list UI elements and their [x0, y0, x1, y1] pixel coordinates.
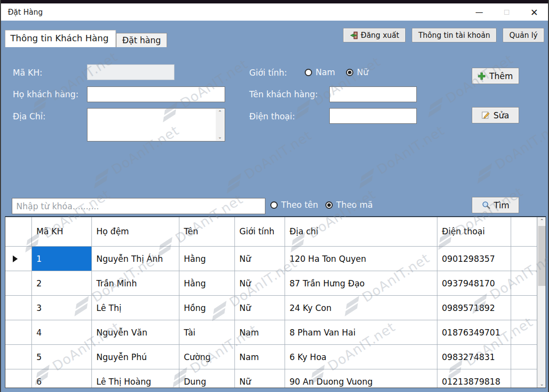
table-cell[interactable]: Lê Thị Hoàng — [92, 369, 179, 388]
edit-button[interactable]: Sửa — [472, 107, 519, 123]
table-scrollbar[interactable]: ⌃ ⌄ — [537, 217, 546, 388]
table-body: 1Nguyễn Thị ÁnhHằngNữ120 Ha Ton Quyen090… — [5, 247, 537, 388]
account-info-button[interactable]: Thông tin tài khoản — [412, 28, 496, 42]
table-row[interactable]: 6Lê Thị HoàngDungNữ90 An Duong Vuong0121… — [5, 369, 537, 388]
table-column-header[interactable]: Địa chỉ — [285, 217, 437, 247]
table-cell[interactable]: 87 Trần Hưng Đạo — [285, 271, 437, 296]
header-buttons: Đăng xuất Thông tin tài khoản Quản lý — [343, 28, 544, 42]
table-cell[interactable]: 90 An Duong Vuong — [285, 369, 437, 388]
table-cell[interactable]: Nam — [235, 345, 285, 369]
table-row[interactable]: 5Nguyễn PhúCườngNam6 Ky Hoa0983274831 — [5, 345, 537, 369]
scrollbar-thumb[interactable] — [538, 226, 546, 286]
manage-button[interactable]: Quản lý — [503, 28, 544, 42]
radio-circle — [346, 69, 353, 76]
tab-customer-info[interactable]: Thông tin Khách Hàng — [5, 30, 116, 47]
watermark: DoAnIT.net — [358, 122, 447, 187]
ho-input[interactable] — [87, 86, 225, 102]
table-row[interactable]: 4Nguyễn VănTàiNam8 Pham Van Hai018763497… — [5, 320, 537, 345]
row-selector[interactable] — [5, 247, 32, 271]
table-cell[interactable]: Nữ — [235, 271, 285, 296]
table-cell[interactable]: 2 — [32, 271, 92, 296]
table-cell[interactable]: Nguyễn Phú — [92, 345, 179, 369]
tab-order[interactable]: Đặt hàng — [116, 33, 167, 47]
table-column-header[interactable]: Mã KH — [32, 217, 92, 247]
table-column-header[interactable]: Giới tính — [235, 217, 285, 247]
table-column-header[interactable]: Tên — [179, 217, 235, 247]
theo-ten-label: Theo tên — [281, 200, 318, 210]
watermark-text: DoAnIT.net — [492, 117, 549, 172]
row-selector[interactable] — [5, 369, 32, 388]
table-cell[interactable]: 0901298357 — [437, 247, 511, 271]
table-cell[interactable]: Nam — [235, 320, 285, 345]
table-row[interactable]: 1Nguyễn Thị ÁnhHằngNữ120 Ha Ton Quyen090… — [5, 247, 537, 271]
row-selector[interactable] — [5, 345, 32, 369]
search-radio-theo-ten[interactable]: Theo tên — [270, 200, 318, 210]
scroll-up-icon[interactable]: ⌃ — [218, 109, 222, 116]
minimize-button[interactable]: — — [465, 3, 493, 21]
table-cell[interactable]: 24 Ky Con — [285, 296, 437, 320]
table-cell[interactable]: Hằng — [179, 247, 235, 271]
table-cell[interactable]: Trần Minh — [92, 271, 179, 296]
table-row-filler — [511, 345, 537, 369]
account-info-label: Thông tin tài khoản — [418, 31, 490, 40]
table-cell[interactable]: Nữ — [235, 296, 285, 320]
table-cell[interactable]: Hồng — [179, 296, 235, 320]
table-cell[interactable]: Nguyễn Thị Ánh — [92, 247, 179, 271]
scroll-up-icon[interactable]: ⌃ — [538, 218, 546, 224]
window-top-strip — [1, 0, 548, 3]
table-column-header[interactable]: Họ đệm — [92, 217, 179, 247]
table-cell[interactable]: Hằng — [179, 271, 235, 296]
gender-radio-nu[interactable]: Nữ — [346, 67, 369, 77]
find-button[interactable]: Tìm — [472, 197, 519, 213]
row-selector[interactable] — [5, 296, 32, 320]
row-selector[interactable] — [5, 320, 32, 345]
scroll-down-icon[interactable]: ⌄ — [218, 134, 222, 140]
table-cell[interactable]: 6 Ky Hoa — [285, 345, 437, 369]
gender-nu-label: Nữ — [357, 67, 369, 77]
customer-table: Mã KHHọ đệmTênGiới tínhĐịa chỉĐiện thoại… — [5, 216, 546, 388]
table-cell[interactable]: 5 — [32, 345, 92, 369]
table-cell[interactable]: 0989571892 — [437, 296, 511, 320]
table-cell[interactable]: Dung — [179, 369, 235, 388]
table-row[interactable]: 3Lê ThịHồngNữ24 Ky Con0989571892 — [5, 296, 537, 320]
add-button[interactable]: Thêm — [472, 68, 519, 84]
table-cell[interactable]: Tài — [179, 320, 235, 345]
table-cell[interactable]: Cường — [179, 345, 235, 369]
table-cell[interactable]: Nguyễn Văn — [92, 320, 179, 345]
watermark: DoAnIT.net — [31, 49, 120, 113]
table-cell[interactable]: 6 — [32, 369, 92, 388]
table-cell[interactable]: 1 — [32, 247, 92, 271]
close-button[interactable]: ✕ — [520, 3, 548, 21]
table-cell[interactable]: 01213879818 — [437, 369, 511, 388]
gender-nam-label: Nam — [316, 67, 335, 77]
table-cell[interactable]: 120 Ha Ton Quyen — [285, 247, 437, 271]
table-cell[interactable]: 3 — [32, 296, 92, 320]
dien-thoai-input[interactable] — [329, 108, 417, 124]
search-input[interactable] — [12, 198, 265, 214]
maximize-button[interactable]: ☐ — [493, 3, 520, 21]
table-cell[interactable]: 8 Pham Van Hai — [285, 320, 437, 345]
ho-label: Họ khách hàng: — [13, 89, 79, 99]
table-cell[interactable]: Lê Thị — [92, 296, 179, 320]
table-cell[interactable]: 0983274831 — [437, 345, 511, 369]
dia-chi-scrollbar[interactable]: ⌃ ⌄ — [216, 109, 224, 140]
search-radio-theo-ma[interactable]: Theo mã — [325, 200, 373, 210]
watermark-logo-icon — [429, 98, 447, 113]
table-row[interactable]: 2Trần MinhHằngNữ87 Trần Hưng Đạo09379481… — [5, 271, 537, 296]
table-cell[interactable]: Nữ — [235, 247, 285, 271]
title-bar: Đặt Hàng — ☐ ✕ — [1, 3, 548, 21]
logout-button[interactable]: Đăng xuất — [343, 28, 405, 42]
table-cell[interactable]: Nữ — [235, 369, 285, 388]
table-cell[interactable]: 0937948170 — [437, 271, 511, 296]
gender-radio-nam[interactable]: Nam — [305, 67, 335, 77]
watermark-text: DoAnIT.net — [177, 56, 251, 111]
table-column-header[interactable]: Điện thoại — [437, 217, 511, 247]
row-selector[interactable] — [5, 271, 32, 296]
watermark-logo-icon — [478, 164, 496, 180]
ten-input[interactable] — [329, 86, 417, 102]
table-cell[interactable]: 4 — [32, 320, 92, 345]
dia-chi-textarea[interactable]: ⌃ ⌄ — [87, 108, 225, 141]
ma-kh-input[interactable] — [87, 64, 174, 80]
scroll-down-icon[interactable]: ⌄ — [538, 381, 546, 387]
table-cell[interactable]: 01876349701 — [437, 320, 511, 345]
